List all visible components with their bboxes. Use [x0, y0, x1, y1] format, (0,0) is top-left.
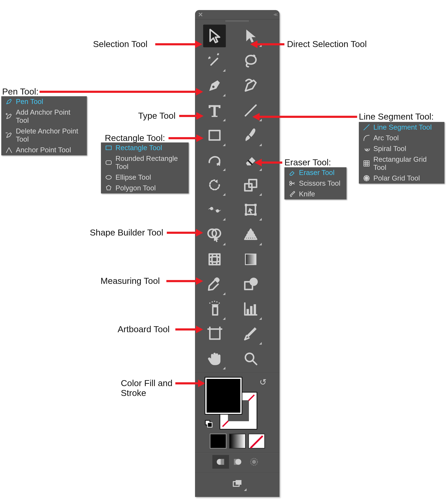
slice-tool[interactable]	[240, 322, 262, 345]
flyout-item-label: Rectangle Tool	[115, 144, 162, 152]
svg-point-44	[289, 181, 291, 183]
flyout-item[interactable]: Line Segment Tool	[359, 122, 444, 133]
paintbrush-tool[interactable]	[240, 124, 262, 146]
draw-behind-icon[interactable]	[229, 455, 246, 469]
eraser-flyout: Eraser Tool Scissors Tool Knife	[284, 167, 346, 199]
flyout-item[interactable]: Knife	[284, 189, 346, 199]
screen-mode-tool[interactable]	[228, 476, 247, 491]
color-mode-none[interactable]	[248, 434, 265, 449]
svg-point-35	[252, 460, 256, 464]
flyout-item-label: Eraser Tool	[299, 169, 335, 177]
color-mode-row	[195, 432, 279, 452]
flyout-item-label: Scissors Tool	[299, 179, 340, 187]
swap-fill-stroke-icon[interactable]: ↺	[259, 377, 267, 387]
label-eraser: Eraser Tool:	[284, 158, 331, 167]
svg-rect-17	[213, 307, 218, 315]
flyout-item[interactable]: Eraser Tool	[284, 167, 346, 178]
arrow-head	[252, 113, 260, 121]
svg-rect-1	[209, 130, 220, 140]
blend-tool[interactable]	[240, 273, 262, 295]
flyout-item[interactable]: Spiral Tool	[359, 143, 444, 154]
draw-normal-icon[interactable]	[212, 455, 229, 469]
scale-tool[interactable]	[240, 174, 262, 196]
free-transform-tool[interactable]	[240, 198, 262, 221]
flyout-item[interactable]: Scissors Tool	[284, 178, 346, 189]
label-color-fill-stroke-2: Stroke	[121, 388, 146, 398]
svg-rect-8	[254, 204, 256, 206]
panel-grip[interactable]	[195, 19, 279, 22]
default-fill-stroke-icon[interactable]	[205, 420, 213, 429]
selection-tool[interactable]	[203, 25, 226, 47]
gradient-tool[interactable]	[240, 248, 262, 271]
flyout-item[interactable]: Anchor Point Tool	[1, 145, 87, 155]
flyout-item-label: Rounded Rectangle Tool	[115, 154, 185, 171]
color-mode-solid[interactable]	[210, 434, 226, 449]
curvature-tool[interactable]	[240, 74, 262, 97]
flyout-item-label: Line Segment Tool	[373, 123, 432, 131]
flyout-item-label: Arc Tool	[373, 134, 399, 142]
svg-rect-10	[254, 213, 256, 216]
lasso-tool[interactable]	[240, 49, 262, 72]
close-icon[interactable]: ✕	[198, 11, 203, 18]
collapse-icon[interactable]: <<	[273, 12, 276, 17]
label-pen: Pen Tool:	[2, 87, 38, 97]
svg-rect-29	[208, 423, 212, 427]
flyout-item[interactable]: Polar Grid Tool	[359, 173, 444, 184]
svg-point-33	[235, 459, 241, 465]
flyout-item-label: Rectangular Grid Tool	[373, 155, 441, 172]
svg-point-19	[211, 301, 213, 303]
type-tool[interactable]	[203, 99, 226, 122]
arrow	[169, 137, 197, 139]
color-mode-gradient[interactable]	[229, 434, 246, 449]
mesh-tool[interactable]	[203, 248, 226, 271]
svg-point-21	[216, 301, 218, 303]
arrow	[155, 43, 196, 45]
fill-swatch[interactable]	[205, 378, 242, 414]
draw-inside-icon[interactable]	[246, 455, 262, 469]
width-tool[interactable]	[203, 198, 226, 221]
flyout-item[interactable]: Rounded Rectangle Tool	[101, 153, 189, 172]
tool-grid	[195, 22, 279, 372]
svg-point-16	[250, 278, 258, 286]
flyout-item[interactable]: Delete Anchor Point Tool	[1, 126, 87, 145]
label-artboard: Artboard Tool	[118, 324, 170, 334]
flyout-item-label: Knife	[299, 190, 315, 198]
svg-rect-7	[245, 204, 247, 206]
label-type: Type Tool	[138, 111, 176, 121]
flyout-item[interactable]: Ellipse Tool	[101, 172, 189, 183]
flyout-item-label: Delete Anchor Point Tool	[16, 127, 83, 143]
flyout-item[interactable]: Pen Tool	[1, 96, 87, 107]
hand-tool[interactable]	[203, 347, 226, 370]
magic-wand-tool[interactable]	[203, 49, 226, 72]
rectangle-tool[interactable]	[203, 124, 226, 146]
label-selection: Selection Tool	[93, 39, 147, 49]
shape-builder-tool[interactable]	[203, 223, 226, 246]
svg-rect-14	[245, 254, 256, 265]
svg-rect-24	[250, 306, 253, 314]
svg-point-0	[212, 86, 214, 88]
column-graph-tool[interactable]	[240, 298, 262, 320]
flyout-item-label: Ellipse Tool	[115, 173, 151, 181]
symbol-sprayer-tool[interactable]	[203, 298, 226, 320]
shaper-tool[interactable]	[203, 149, 226, 171]
zoom-tool[interactable]	[240, 347, 262, 370]
flyout-item[interactable]: Rectangular Grid Tool	[359, 154, 444, 173]
flyout-item[interactable]: Add Anchor Point Tool	[1, 107, 87, 126]
svg-point-45	[289, 184, 291, 185]
flyout-item[interactable]: Rectangle Tool	[101, 143, 189, 153]
eyedropper-tool[interactable]	[203, 273, 226, 295]
arrow	[40, 91, 197, 93]
line-flyout: Line Segment Tool Arc Tool Spiral Tool R…	[359, 122, 444, 184]
rotate-tool[interactable]	[203, 174, 226, 196]
arrow	[166, 280, 197, 282]
pen-tool[interactable]	[203, 74, 226, 97]
svg-rect-25	[254, 304, 256, 314]
artboard-tool[interactable]	[203, 322, 226, 345]
arrow	[261, 162, 282, 164]
pen-flyout: Pen Tool Add Anchor Point Tool Delete An…	[1, 96, 87, 155]
perspective-grid-tool[interactable]	[240, 223, 262, 246]
flyout-item[interactable]: Polygon Tool	[101, 183, 189, 193]
flyout-item[interactable]: Arc Tool	[359, 133, 444, 143]
screen-mode-row	[195, 474, 279, 497]
flyout-item-label: Polar Grid Tool	[373, 174, 420, 182]
